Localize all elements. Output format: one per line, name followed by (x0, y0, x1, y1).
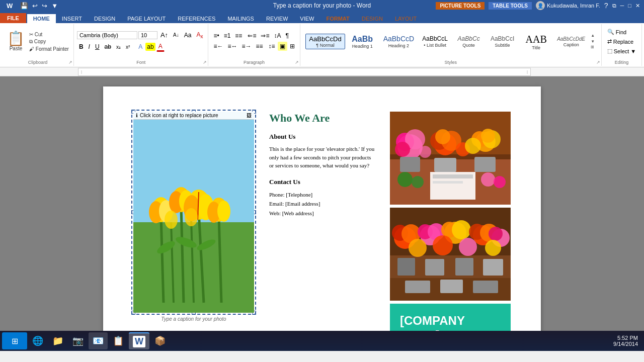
style-quote[interactable]: AaBbCc Quote (452, 34, 485, 49)
para-expand[interactable]: ↗ (295, 60, 299, 65)
style-h2-label: Heading 2 (388, 43, 409, 48)
undo-btn[interactable]: ↩ (31, 2, 39, 10)
tab-insert[interactable]: INSERT (56, 14, 88, 23)
taskbar-outlook[interactable]: 📧 (89, 332, 108, 349)
tab-mailings[interactable]: MAILINGS (221, 14, 260, 23)
strikethrough-btn[interactable]: ab (103, 42, 113, 51)
bold-btn[interactable]: B (77, 42, 86, 51)
tab-home[interactable]: HOME (27, 14, 56, 23)
tab-format[interactable]: FORMAT (320, 14, 355, 23)
taskbar-explorer[interactable]: 📁 (48, 332, 67, 349)
format-painter-button[interactable]: 🖌 Format Painter (28, 46, 70, 52)
align-center-btn[interactable]: ≡↔ (225, 42, 239, 51)
italic-btn[interactable]: I (87, 42, 92, 51)
font-size-input[interactable] (138, 31, 157, 39)
font-family-input[interactable] (77, 31, 137, 39)
text-effect-btn[interactable]: A (136, 42, 144, 51)
qa-dropdown[interactable]: ▼ (50, 2, 59, 10)
media-icon: 📷 (72, 335, 84, 346)
tab-layout[interactable]: LAYOUT (389, 14, 423, 23)
scroll-up-arrow[interactable]: ▲ (591, 33, 595, 38)
font-expand[interactable]: ↗ (203, 60, 207, 65)
style-subtitle[interactable]: AaBbCcI Subtitle (486, 34, 519, 49)
svg-rect-48 (433, 174, 473, 178)
style-list-bullet[interactable]: AaBbCcL • List Bullet (419, 34, 451, 49)
bullets-btn[interactable]: ≡• (211, 31, 221, 40)
svg-rect-74 (397, 258, 415, 276)
clipboard-expand[interactable]: ↗ (68, 60, 72, 65)
decrease-indent-btn[interactable]: ⇐≡ (246, 31, 258, 40)
justify-btn[interactable]: ≡≡ (254, 42, 265, 51)
tab-review[interactable]: REVIEW (260, 14, 294, 23)
tab-page-layout[interactable]: PAGE LAYOUT (121, 14, 172, 23)
restore-btn[interactable]: ⧉ (612, 3, 616, 9)
taskbar-ie[interactable]: 🌐 (28, 332, 47, 349)
style-heading2[interactable]: AaBbCcD Heading 2 (380, 33, 418, 50)
scroll-down-arrow[interactable]: ▼ (591, 39, 595, 44)
subscript-btn[interactable]: x₂ (114, 43, 123, 51)
shading-btn[interactable]: ▣ (278, 42, 287, 51)
multilevel-btn[interactable]: ≡≡ (233, 31, 244, 40)
increase-indent-btn[interactable]: ⇒≡ (259, 31, 271, 40)
replace-icon-btn[interactable]: 🖼 (247, 113, 252, 118)
align-left-btn[interactable]: ≡← (211, 42, 225, 51)
style-heading1[interactable]: AaBb Heading 1 (346, 33, 379, 50)
font-case-btn[interactable]: Aa (182, 31, 194, 40)
text-highlight-btn[interactable]: ab (145, 43, 155, 51)
svg-rect-75 (425, 259, 444, 276)
tab-file[interactable]: FILE (0, 13, 26, 23)
replace-button[interactable]: ⇄ Replace (605, 37, 635, 46)
sort-btn[interactable]: ↕A (272, 31, 283, 40)
minimize-btn[interactable]: ─ (620, 3, 624, 9)
taskbar-app[interactable]: 📦 (150, 332, 170, 349)
tab-design2[interactable]: DESIGN (356, 14, 389, 23)
find-button[interactable]: 🔍 Find (605, 28, 628, 36)
styles-scroll[interactable]: ▲ ▼ ⊞ (590, 33, 596, 50)
taskbar-media[interactable]: 📷 (68, 332, 88, 349)
tab-design[interactable]: DESIGN (88, 14, 121, 23)
show-marks-btn[interactable]: ¶ (283, 31, 290, 40)
cut-button[interactable]: ✂ Cut (28, 31, 70, 38)
user-name: Kukudawala, Imran F. (547, 3, 600, 9)
font-color-btn[interactable]: A (156, 42, 165, 52)
numbering-btn[interactable]: ≡1 (222, 31, 233, 40)
align-right-btn[interactable]: ≡→ (240, 42, 254, 51)
clear-format-btn[interactable]: Ax (194, 30, 205, 40)
style-title[interactable]: AAB Title (520, 32, 552, 52)
help-btn[interactable]: ? (604, 2, 608, 10)
style-caption[interactable]: AaBbCcDdE Caption (553, 35, 589, 49)
format-painter-icon: 🖌 (29, 46, 34, 52)
maximize-btn[interactable]: □ (628, 3, 631, 9)
copy-button[interactable]: ⧉ Copy (28, 38, 70, 45)
borders-btn[interactable]: ⊞ (288, 42, 297, 51)
picture-caption[interactable]: Type a caption for your photo (133, 316, 254, 322)
document-area[interactable]: ℹ Click icon at right to replace picture… (0, 76, 644, 331)
replace-icon: ⇄ (607, 38, 612, 45)
para-row1: ≡• ≡1 ≡≡ ⇐≡ ⇒≡ ↕A ¶ (211, 31, 290, 40)
close-btn[interactable]: ✕ (635, 3, 640, 9)
underline-btn[interactable]: U (93, 42, 102, 51)
style-normal[interactable]: AaBbCcDd ¶ Normal (305, 34, 345, 50)
save-quick-btn[interactable]: 💾 (19, 2, 29, 10)
select-button[interactable]: ⬚ Select ▼ (605, 47, 638, 55)
taskbar-word[interactable]: W (129, 332, 149, 349)
line-spacing-btn[interactable]: ↕≡ (267, 42, 277, 51)
redo-btn[interactable]: ↪ (41, 2, 48, 10)
tab-references[interactable]: REFERENCES (172, 14, 221, 23)
tab-view[interactable]: VIEW (294, 14, 320, 23)
right-controls: PICTURE TOOLS TABLE TOOLS 👤 Kukudawala, … (436, 1, 640, 10)
superscript-btn[interactable]: x² (124, 43, 132, 51)
paste-button[interactable]: 📋 Paste (5, 31, 27, 52)
font-label: Font (136, 60, 145, 65)
styles-expand[interactable]: ↗ (596, 60, 600, 65)
tulip-image[interactable] (133, 112, 254, 313)
start-button[interactable]: ⊞ (2, 332, 27, 349)
editing-group: 🔍 Find ⇄ Replace ⬚ Select ▼ Editing (602, 24, 642, 66)
font-shrink-btn[interactable]: A↓ (171, 31, 181, 39)
svg-rect-46 (474, 157, 496, 172)
svg-point-24 (165, 211, 178, 229)
expand-styles-arrow[interactable]: ⊞ (591, 45, 595, 50)
taskbar-notes[interactable]: 📋 (109, 332, 128, 349)
middle-column: Who We Are About Us This is the place fo… (269, 112, 375, 218)
font-grow-btn[interactable]: A↑ (158, 30, 170, 40)
